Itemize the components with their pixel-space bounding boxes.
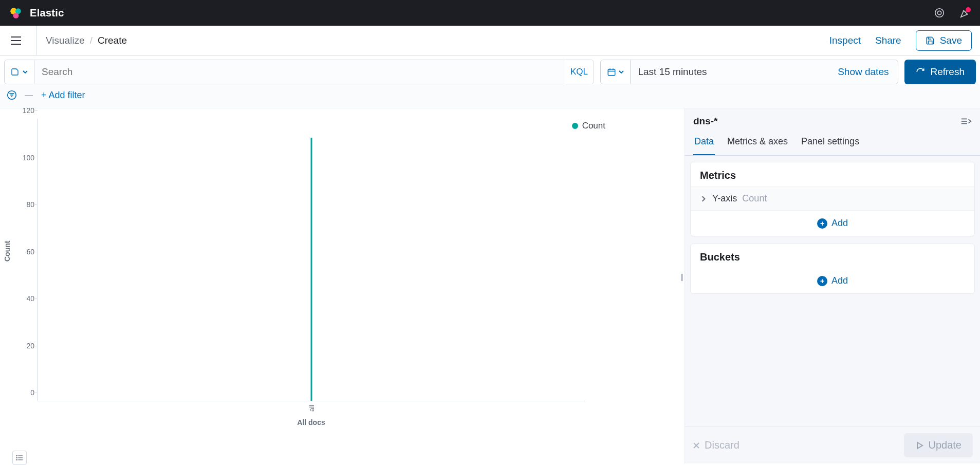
chevron-down-icon xyxy=(618,69,624,75)
metric-item-value: Count xyxy=(742,193,767,204)
y-tick: 60 xyxy=(17,248,34,256)
y-tick: 0 xyxy=(17,388,34,397)
disk-icon xyxy=(11,68,19,76)
sub-header: Visualize / Create Inspect Share Save xyxy=(0,26,980,55)
collapse-panel-button[interactable] xyxy=(960,117,972,126)
index-pattern-title[interactable]: dns-* xyxy=(693,116,718,127)
divider xyxy=(36,26,36,55)
svg-point-3 xyxy=(935,9,944,17)
legend-series-label: Count xyxy=(582,121,605,131)
metric-item[interactable]: Y-axis Count xyxy=(691,187,974,211)
y-tick: 40 xyxy=(17,294,34,303)
tab-metrics-axes[interactable]: Metrics & axes xyxy=(726,131,789,155)
save-button-label: Save xyxy=(940,35,962,46)
svg-point-19 xyxy=(16,455,17,456)
date-quick-button[interactable] xyxy=(601,60,631,84)
elastic-logo-icon[interactable] xyxy=(9,6,23,20)
plus-circle-icon: + xyxy=(817,218,827,229)
header-right xyxy=(934,7,971,18)
panel-header: dns-* xyxy=(685,108,980,131)
calendar-icon xyxy=(607,67,616,77)
sub-header-left: Visualize / Create xyxy=(5,26,127,55)
svg-rect-8 xyxy=(608,69,615,76)
save-icon xyxy=(926,36,935,45)
newsfeed-icon[interactable] xyxy=(934,7,945,18)
date-picker-group: Last 15 minutes Show dates xyxy=(600,60,898,84)
y-tick: 80 xyxy=(17,200,34,209)
global-header: Elastic xyxy=(0,0,980,26)
x-tick: all xyxy=(307,405,315,412)
filter-bar: — + Add filter xyxy=(0,84,980,108)
refresh-icon xyxy=(916,67,925,77)
filter-menu-button[interactable] xyxy=(6,89,17,101)
add-bucket-label: Add xyxy=(831,275,848,286)
header-left: Elastic xyxy=(9,6,64,20)
editor-cards: Metrics Y-axis Count + Add Buckets + Add xyxy=(685,156,980,300)
breadcrumb-separator: / xyxy=(90,35,93,46)
chevron-right-icon xyxy=(700,195,707,202)
kql-toggle[interactable]: KQL xyxy=(564,60,594,84)
editor-side-panel: dns-* Data Metrics & axes Panel settings… xyxy=(685,108,980,463)
svg-point-20 xyxy=(16,457,17,458)
chart: Count Count All docs 020406080100120all xyxy=(9,114,585,422)
add-bucket-button[interactable]: + Add xyxy=(691,268,974,293)
visualization-area: Count Count All docs 020406080100120all xyxy=(0,108,685,463)
breadcrumb-parent[interactable]: Visualize xyxy=(46,35,85,46)
buckets-card-title: Buckets xyxy=(691,244,974,268)
refresh-button-label: Refresh xyxy=(930,66,965,78)
editor-tabs: Data Metrics & axes Panel settings xyxy=(685,131,980,156)
tab-panel-settings[interactable]: Panel settings xyxy=(800,131,860,155)
main-area: Count Count All docs 020406080100120all … xyxy=(0,108,980,463)
svg-marker-27 xyxy=(917,442,922,449)
panel-footer: Discard Update xyxy=(685,426,980,463)
discard-button[interactable]: Discard xyxy=(692,439,739,451)
buckets-card: Buckets + Add xyxy=(690,244,975,294)
tab-data[interactable]: Data xyxy=(693,131,715,155)
show-dates-link[interactable]: Show dates xyxy=(828,60,898,84)
play-icon xyxy=(915,441,923,450)
inspect-link[interactable]: Inspect xyxy=(829,35,861,46)
close-icon xyxy=(692,441,700,450)
y-tick: 100 xyxy=(17,154,34,162)
breadcrumb: Visualize / Create xyxy=(46,35,127,46)
legend-toggle-button[interactable] xyxy=(12,451,27,465)
plus-circle-icon: + xyxy=(817,276,827,286)
chart-bar[interactable] xyxy=(310,138,312,401)
chart-plot[interactable]: All docs 020406080100120all xyxy=(37,119,585,401)
sub-header-right: Inspect Share Save xyxy=(829,30,972,51)
notification-dot-icon xyxy=(966,7,971,12)
search-group: KQL xyxy=(4,60,594,84)
date-range-text[interactable]: Last 15 minutes xyxy=(631,60,828,84)
search-input-wrap xyxy=(34,60,564,84)
update-label: Update xyxy=(929,439,962,451)
brand-name: Elastic xyxy=(30,7,64,19)
panel-resize-handle[interactable]: || xyxy=(679,271,685,283)
celebrate-icon[interactable] xyxy=(959,7,971,18)
discard-label: Discard xyxy=(705,439,739,451)
add-metric-button[interactable]: + Add xyxy=(691,211,974,236)
chart-x-axis-title: All docs xyxy=(297,418,325,426)
add-metric-label: Add xyxy=(831,218,848,229)
add-filter-button[interactable]: + Add filter xyxy=(41,90,85,101)
metrics-card-title: Metrics xyxy=(691,162,974,187)
chart-y-axis-title: Count xyxy=(3,241,11,262)
chevron-down-icon xyxy=(22,69,28,75)
svg-point-4 xyxy=(937,11,941,14)
svg-point-21 xyxy=(16,459,17,460)
saved-query-button[interactable] xyxy=(5,60,34,84)
update-button[interactable]: Update xyxy=(904,433,973,457)
search-input[interactable] xyxy=(42,66,557,78)
metrics-card: Metrics Y-axis Count + Add xyxy=(690,162,975,236)
share-link[interactable]: Share xyxy=(875,35,901,46)
breadcrumb-current: Create xyxy=(98,35,127,46)
metric-item-label: Y-axis xyxy=(712,193,737,204)
list-icon xyxy=(15,454,24,462)
save-button[interactable]: Save xyxy=(916,30,972,51)
query-bar: KQL Last 15 minutes Show dates Refresh xyxy=(0,55,980,84)
filter-grip-icon: — xyxy=(25,90,34,100)
refresh-button[interactable]: Refresh xyxy=(904,60,976,84)
svg-point-2 xyxy=(13,13,19,18)
y-tick: 20 xyxy=(17,342,34,350)
y-tick: 120 xyxy=(17,106,34,115)
nav-toggle-button[interactable] xyxy=(5,33,27,48)
